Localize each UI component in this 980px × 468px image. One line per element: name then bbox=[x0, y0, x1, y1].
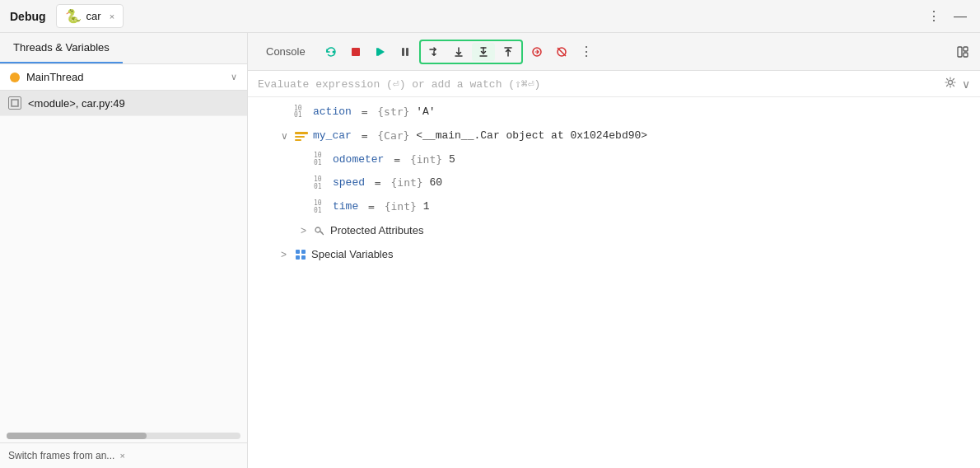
expression-icons: ∨ bbox=[944, 76, 970, 91]
thread-status-dot bbox=[10, 73, 20, 82]
variable-row-odometer[interactable]: 1001 odometer = {int} 5 bbox=[248, 148, 980, 172]
variable-row-action[interactable]: 1001 action = {str} 'A' bbox=[248, 101, 980, 124]
var-type-hint-time: {int} bbox=[385, 199, 423, 216]
title-bar: Debug 🐍 car × ⋮ — bbox=[0, 0, 980, 33]
svg-rect-20 bbox=[301, 250, 306, 254]
svg-rect-6 bbox=[406, 48, 408, 56]
switch-frames-label: Switch frames from an... bbox=[8, 450, 114, 461]
var-value-odometer: 5 bbox=[449, 152, 455, 169]
type-icon-binary-time: 1001 bbox=[314, 200, 329, 215]
object-type-icon bbox=[294, 130, 309, 142]
stop-btn[interactable] bbox=[345, 42, 366, 62]
key-icon bbox=[314, 225, 325, 236]
svg-point-1 bbox=[332, 50, 334, 53]
grid-icon bbox=[294, 248, 307, 261]
step-over-btn[interactable] bbox=[422, 43, 446, 61]
run-to-cursor-btn[interactable] bbox=[526, 42, 548, 62]
var-name-action: action bbox=[313, 104, 352, 121]
mute-breakpoints-btn[interactable] bbox=[551, 42, 572, 62]
var-name-time: time bbox=[333, 199, 358, 216]
var-type-hint-odometer: {int} bbox=[410, 152, 449, 169]
car-tab-close[interactable]: × bbox=[110, 12, 114, 21]
step-out-btn[interactable] bbox=[497, 43, 520, 61]
var-name-special-variables: Special Variables bbox=[311, 246, 393, 264]
rerun-btn[interactable] bbox=[320, 42, 342, 62]
var-value-time: 1 bbox=[423, 199, 430, 216]
resume-btn[interactable] bbox=[370, 42, 391, 62]
variable-row-time[interactable]: 1001 time = {int} 1 bbox=[248, 195, 980, 219]
stack-frame[interactable]: <module>, car.py:49 bbox=[0, 91, 247, 116]
var-name-odometer: odometer bbox=[333, 152, 384, 169]
title-bar-actions: ⋮ — bbox=[924, 7, 970, 26]
expression-chevron-icon[interactable]: ∨ bbox=[962, 77, 970, 91]
variable-row-protected-attributes[interactable]: > Protected Attributes bbox=[248, 219, 980, 243]
svg-rect-21 bbox=[296, 255, 300, 260]
stack-frame-icon bbox=[8, 96, 21, 110]
expression-bar: Evaluate expression (⏎) or add a watch (… bbox=[248, 71, 980, 97]
svg-rect-22 bbox=[301, 255, 306, 260]
car-tab[interactable]: 🐍 car × bbox=[56, 4, 124, 28]
variable-row-speed[interactable]: 1001 speed = {int} 60 bbox=[248, 171, 980, 195]
var-equals-my-car: = bbox=[355, 128, 374, 145]
tab-threads-variables[interactable]: Threads & Variables bbox=[0, 33, 123, 63]
more-toolbar-btn[interactable]: ⋮ bbox=[576, 40, 597, 63]
switch-frames-bar[interactable]: Switch frames from an... × bbox=[0, 442, 247, 468]
console-tab[interactable]: Console bbox=[254, 40, 317, 63]
step-into-btn[interactable] bbox=[447, 43, 470, 61]
var-name-my-car: my_car bbox=[313, 128, 352, 145]
expand-arrow-my-car[interactable]: ∨ bbox=[281, 129, 294, 144]
var-equals: = bbox=[355, 104, 374, 121]
var-name-speed: speed bbox=[333, 175, 365, 192]
svg-rect-13 bbox=[964, 53, 968, 57]
variable-row-special-variables[interactable]: > Special Variables bbox=[248, 243, 980, 267]
left-panel: Threads & Variables MainThread ∨ <module… bbox=[0, 33, 248, 468]
svg-rect-17 bbox=[295, 139, 301, 141]
var-value-speed: 60 bbox=[429, 175, 442, 192]
type-icon-binary: 1001 bbox=[294, 105, 309, 120]
svg-point-18 bbox=[315, 227, 320, 232]
layout-btn[interactable] bbox=[952, 42, 973, 62]
svg-rect-16 bbox=[295, 136, 305, 138]
type-icon-binary-speed: 1001 bbox=[314, 176, 329, 191]
var-equals-odometer: = bbox=[387, 152, 406, 169]
more-options-btn[interactable]: ⋮ bbox=[924, 7, 944, 26]
switch-frames-close[interactable]: × bbox=[119, 451, 124, 461]
svg-rect-5 bbox=[402, 48, 404, 56]
expand-arrow-special[interactable]: > bbox=[281, 247, 294, 263]
step-into-my-code-btn[interactable] bbox=[472, 43, 495, 61]
svg-marker-3 bbox=[378, 48, 385, 56]
right-panel: Console bbox=[248, 33, 980, 468]
left-panel-scrollbar[interactable] bbox=[7, 433, 240, 439]
var-type-hint-action: {str} bbox=[377, 104, 416, 121]
minimize-btn[interactable]: — bbox=[950, 7, 970, 26]
thread-selector[interactable]: MainThread ∨ bbox=[0, 64, 247, 91]
thread-expand-icon: ∨ bbox=[231, 72, 237, 82]
type-icon-binary-odometer: 1001 bbox=[314, 152, 329, 167]
step-buttons-group bbox=[419, 40, 523, 64]
expand-arrow-protected[interactable]: > bbox=[301, 223, 314, 239]
var-equals-speed: = bbox=[368, 175, 387, 192]
var-name-protected-attributes: Protected Attributes bbox=[330, 222, 423, 240]
variables-list: 1001 action = {str} 'A' ∨ my_car = {Car} bbox=[248, 97, 980, 468]
expression-input[interactable]: Evaluate expression (⏎) or add a watch (… bbox=[258, 77, 937, 91]
svg-rect-12 bbox=[964, 47, 968, 51]
debug-title: Debug bbox=[10, 10, 46, 23]
svg-rect-11 bbox=[958, 47, 962, 57]
left-panel-scrollbar-thumb bbox=[7, 433, 147, 439]
pause-btn[interactable] bbox=[394, 42, 416, 62]
console-toolbar: Console bbox=[248, 33, 980, 71]
variable-row-my-car[interactable]: ∨ my_car = {Car} <__main__.Car object at… bbox=[248, 124, 980, 148]
svg-rect-0 bbox=[12, 100, 18, 106]
stack-frame-label: <module>, car.py:49 bbox=[28, 97, 240, 110]
svg-rect-19 bbox=[296, 250, 300, 254]
expression-settings-icon[interactable] bbox=[944, 76, 957, 91]
main-layout: Threads & Variables MainThread ∨ <module… bbox=[0, 33, 980, 468]
svg-rect-2 bbox=[352, 48, 360, 56]
var-type-hint-my-car: {Car} bbox=[377, 128, 416, 145]
svg-rect-15 bbox=[295, 132, 308, 134]
svg-rect-4 bbox=[376, 48, 378, 56]
var-type-hint-speed: {int} bbox=[391, 175, 430, 192]
var-value-action: 'A' bbox=[416, 104, 435, 121]
var-value-my-car: <__main__.Car object at 0x1024ebd90> bbox=[416, 128, 647, 145]
svg-point-14 bbox=[949, 81, 953, 85]
